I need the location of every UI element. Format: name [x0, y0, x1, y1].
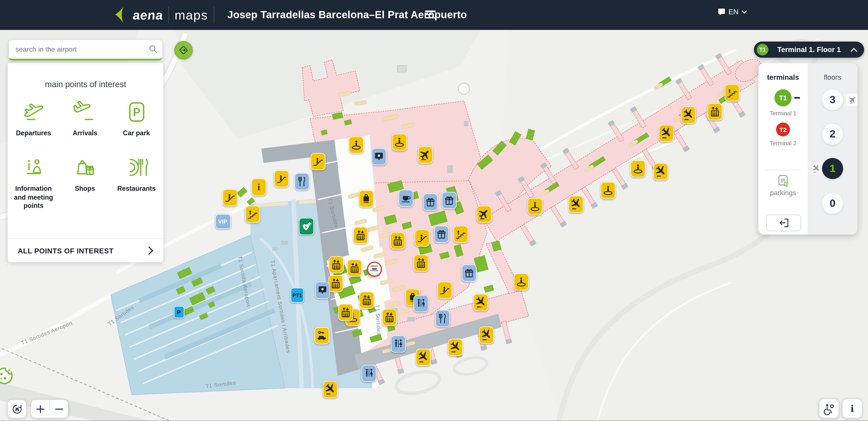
defibrillator-icon[interactable]: [299, 218, 314, 235]
terminals-title: terminals: [758, 73, 808, 82]
moving-walkway-icon[interactable]: [514, 273, 528, 290]
escalator-icon[interactable]: [414, 229, 429, 246]
shop-icon[interactable]: [423, 193, 438, 210]
poi-item-arrivals[interactable]: Arrivals: [59, 96, 111, 138]
divider: [765, 170, 801, 170]
arrivals-map-icon[interactable]: [322, 381, 337, 398]
terminal-t1-button[interactable]: T1: [774, 89, 792, 107]
stairs-icon[interactable]: [724, 84, 739, 101]
meeting-point-icon[interactable]: [315, 281, 330, 299]
information-icon[interactable]: i: [251, 178, 266, 195]
moving-walkway-icon[interactable]: [600, 182, 615, 199]
current-terminal-floor-pill[interactable]: T1 Terminal 1. Floor 1: [754, 41, 864, 58]
moving-walkway-icon[interactable]: [630, 160, 645, 177]
moving-walkway-icon[interactable]: [392, 133, 406, 150]
parking-pt1-badge[interactable]: PT1: [291, 287, 304, 302]
moving-walkway-icon[interactable]: [348, 136, 364, 153]
poi-item-departures[interactable]: Departures: [8, 96, 59, 138]
departures-plane-icon: [848, 95, 857, 104]
restaurant-icon[interactable]: [435, 310, 450, 327]
stairs-icon[interactable]: [245, 205, 260, 223]
shop-icon[interactable]: [462, 264, 476, 281]
stairs-icon[interactable]: [453, 225, 468, 243]
floor-2-button[interactable]: 2: [822, 123, 843, 145]
parking-badge[interactable]: P: [174, 306, 184, 318]
shop-icon[interactable]: [434, 225, 449, 243]
toilets-icon[interactable]: [391, 335, 405, 352]
arrivals-map-icon[interactable]: [447, 338, 463, 356]
arrivals-map-icon[interactable]: [681, 106, 695, 123]
cookie-settings-button[interactable]: [0, 366, 14, 385]
baggage-icon[interactable]: [359, 190, 373, 207]
speech-bubble-icon: [717, 8, 725, 16]
elevator-icon[interactable]: [413, 254, 428, 272]
poi-item-car-park[interactable]: P Car park: [111, 96, 162, 138]
arrivals-map-icon[interactable]: [568, 195, 583, 213]
selected-terminal-marker: [795, 97, 800, 99]
language-selector[interactable]: EN: [717, 8, 747, 16]
aena-maps-logo[interactable]: aena maps Josep Tarradellas Barcelona–El…: [115, 0, 467, 30]
accessibility-settings-button[interactable]: [819, 399, 839, 418]
reset-view-button[interactable]: [8, 400, 26, 418]
arrivals-map-icon[interactable]: [473, 293, 488, 311]
zoom-out-button[interactable]: [50, 400, 68, 418]
exit-terminal-view-button[interactable]: [766, 215, 801, 231]
restaurant-icon[interactable]: [294, 173, 309, 190]
elevator-icon[interactable]: [353, 227, 368, 244]
escalator-icon[interactable]: [222, 189, 237, 206]
directions-button[interactable]: [175, 41, 193, 59]
elevator-icon[interactable]: [359, 291, 374, 308]
customs-sign[interactable]: AduanaCustoms: [367, 261, 382, 276]
info-button[interactable]: i: [842, 399, 862, 418]
elevator-icon[interactable]: [390, 232, 405, 249]
all-poi-label: ALL POINTS OF INTEREST: [18, 247, 114, 255]
cafe-icon[interactable]: [398, 189, 413, 206]
elevator-icon[interactable]: [382, 308, 397, 326]
poi-item-restaurants[interactable]: Restaurants: [111, 151, 162, 211]
minus-icon: [54, 404, 64, 414]
language-code: EN: [728, 8, 739, 16]
car-rental-icon[interactable]: [314, 327, 329, 344]
meeting-point-icon[interactable]: [371, 148, 386, 165]
departures-map-icon[interactable]: [418, 146, 433, 163]
floor-0-button[interactable]: 0: [822, 193, 843, 214]
elevator-icon[interactable]: [329, 256, 343, 273]
chevron-down-icon: [741, 10, 747, 14]
shop-icon[interactable]: [441, 192, 457, 209]
toilets-icon[interactable]: [413, 294, 428, 312]
arrivals-map-icon[interactable]: [478, 326, 494, 343]
poi-item-information[interactable]: Information and meeting points: [8, 151, 59, 211]
menu-icon[interactable]: [425, 10, 436, 20]
departures-map-icon[interactable]: [476, 205, 491, 223]
search-input[interactable]: [14, 40, 144, 58]
current-terminal-floor-label: Terminal 1. Floor 1: [754, 46, 864, 54]
elevator-icon[interactable]: [338, 304, 353, 320]
escalator-icon[interactable]: [437, 281, 452, 299]
elevator-icon[interactable]: [328, 275, 343, 292]
all-points-of-interest-button[interactable]: ALL POINTS OF INTEREST: [8, 238, 163, 262]
escalator-icon[interactable]: [274, 170, 289, 187]
zoom-in-button[interactable]: [31, 400, 49, 418]
search-box: [9, 40, 162, 60]
toilets-icon[interactable]: [361, 364, 376, 382]
search-icon[interactable]: [148, 45, 158, 54]
divider: [168, 7, 169, 23]
escalator-icon[interactable]: [310, 153, 325, 170]
poi-item-label: Departures: [15, 129, 52, 138]
elevator-icon[interactable]: [347, 259, 362, 276]
floor-1-button[interactable]: 1: [822, 158, 843, 179]
departures-icon: [21, 96, 46, 125]
parkings-button[interactable]: P: [777, 174, 790, 190]
moving-walkway-icon[interactable]: [527, 198, 542, 215]
poi-item-shops[interactable]: Shops: [59, 151, 111, 211]
floor-3-button[interactable]: 3: [822, 89, 843, 110]
arrivals-map-icon[interactable]: [653, 163, 668, 180]
vip-lounge-badge[interactable]: VIP: [215, 214, 231, 229]
parkings-icon: P: [777, 174, 790, 187]
arrivals-map-icon[interactable]: [658, 124, 673, 142]
arrivals-map-icon[interactable]: [415, 348, 430, 365]
zoom-control: [31, 400, 68, 418]
info-icon: i: [850, 403, 854, 414]
terminal-t2-button[interactable]: T2: [776, 122, 790, 136]
elevator-icon[interactable]: [707, 103, 722, 120]
